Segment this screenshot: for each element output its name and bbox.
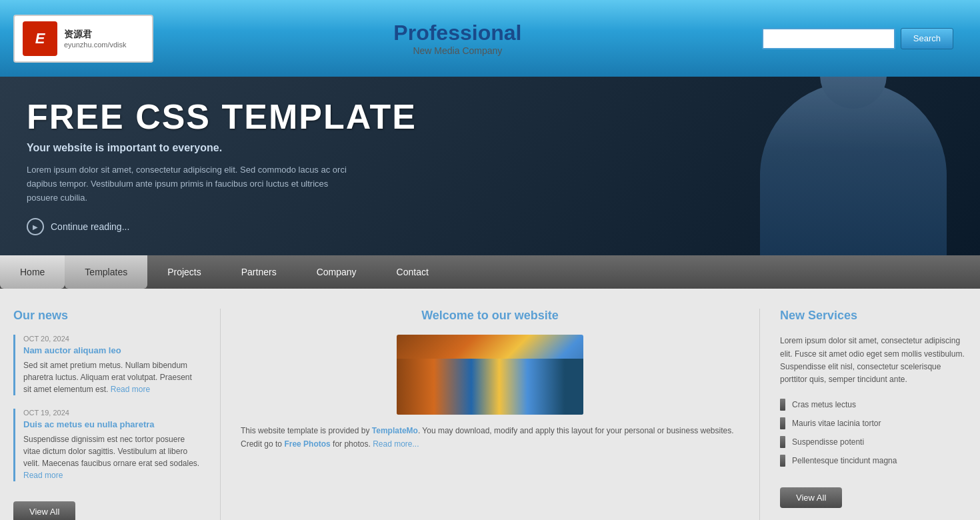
nav-item-home[interactable]: Home: [0, 255, 65, 289]
welcome-read-more[interactable]: Read more...: [373, 439, 419, 449]
hero-banner: FREE CSS TEMPLATE Your website is import…: [0, 77, 980, 255]
news-item-1: OCT 20, 2024 Nam auctor aliquam leo Sed …: [13, 335, 200, 395]
welcome-title: Welcome to our website: [241, 309, 739, 323]
service-bullet-2: [780, 417, 785, 429]
news-item-2: OCT 19, 2024 Duis ac metus eu nulla phar…: [13, 409, 200, 481]
service-item-4: Pellentesque tincidunt magna: [780, 451, 967, 470]
hero-cta-text: Continue reading...: [51, 221, 129, 232]
read-more-1[interactable]: Read more: [111, 385, 150, 394]
logo-sub: eyunzhu.com/vdisk: [64, 41, 127, 49]
nav-item-partners[interactable]: Partners: [221, 255, 297, 289]
nav-item-projects[interactable]: Projects: [147, 255, 221, 289]
search-button[interactable]: Search: [901, 28, 953, 49]
navigation: Home Templates Projects Partners Company…: [0, 255, 980, 289]
hero-figure: [727, 77, 980, 255]
news-title-link-1[interactable]: Nam auctor aliquam leo: [23, 345, 200, 355]
brand-title: Professional: [153, 21, 762, 45]
logo-icon: E: [23, 21, 57, 56]
news-date-1: OCT 20, 2024: [23, 335, 200, 343]
search-area: Search: [762, 28, 953, 49]
service-item-1: Cras metus lectus: [780, 395, 967, 414]
brand-subtitle: New Media Company: [153, 45, 762, 56]
hero-tagline: Your website is important to everyone.: [27, 142, 417, 154]
service-bullet-4: [780, 455, 785, 467]
divider-right: [759, 309, 760, 520]
new-services-title: New Services: [780, 309, 967, 323]
logo-box: E 资源君 eyunzhu.com/vdisk: [13, 15, 153, 63]
logo-text: 资源君 eyunzhu.com/vdisk: [64, 29, 127, 49]
template-mo-link[interactable]: TemplateMo: [372, 426, 418, 435]
hero-cta[interactable]: ▶ Continue reading...: [27, 218, 417, 235]
hero-description: Lorem ipsum dolor sit amet, consectetur …: [27, 163, 360, 205]
play-icon: ▶: [27, 218, 44, 235]
nav-item-company[interactable]: Company: [297, 255, 377, 289]
welcome-image: [397, 335, 583, 415]
service-bullet-1: [780, 399, 785, 411]
our-news-title: Our news: [13, 309, 200, 323]
col-our-news: Our news OCT 20, 2024 Nam auctor aliquam…: [13, 309, 200, 520]
col-welcome: Welcome to our website This website temp…: [241, 309, 739, 520]
welcome-body: This website template is provided by Tem…: [241, 425, 739, 450]
brand-center: Professional New Media Company: [153, 21, 762, 56]
read-more-2[interactable]: Read more: [23, 471, 63, 480]
service-bullet-3: [780, 436, 785, 448]
col-new-services: New Services Lorem ipsum dolor sit amet,…: [780, 309, 967, 520]
service-item-3: Suspendisse potenti: [780, 433, 967, 451]
hero-title: FREE CSS TEMPLATE: [27, 97, 417, 137]
nav-item-contact[interactable]: Contact: [377, 255, 449, 289]
header: E 资源君 eyunzhu.com/vdisk Professional New…: [0, 0, 980, 77]
logo-main: 资源君: [64, 29, 127, 41]
hero-silhouette: [760, 82, 947, 255]
news-title-link-2[interactable]: Duis ac metus eu nulla pharetra: [23, 419, 200, 429]
news-date-2: OCT 19, 2024: [23, 409, 200, 417]
hero-content: FREE CSS TEMPLATE Your website is import…: [27, 97, 417, 235]
free-photos-link[interactable]: Free Photos: [284, 439, 330, 449]
main-content: Our news OCT 20, 2024 Nam auctor aliquam…: [0, 289, 980, 520]
services-list: Cras metus lectus Mauris vitae lacinia t…: [780, 395, 967, 470]
news-excerpt-2: Suspendisse dignissim est nec tortor pos…: [23, 433, 200, 481]
services-view-all-button[interactable]: View All: [780, 487, 842, 508]
services-description: Lorem ipsum dolor sit amet, consectetur …: [780, 335, 967, 386]
divider-left: [220, 309, 221, 520]
service-item-2: Mauris vitae lacinia tortor: [780, 414, 967, 433]
news-view-all-button[interactable]: View All: [13, 501, 75, 520]
search-input[interactable]: [762, 28, 895, 49]
news-excerpt-1: Sed sit amet pretium metus. Nullam biben…: [23, 359, 200, 395]
nav-item-templates[interactable]: Templates: [65, 255, 147, 289]
